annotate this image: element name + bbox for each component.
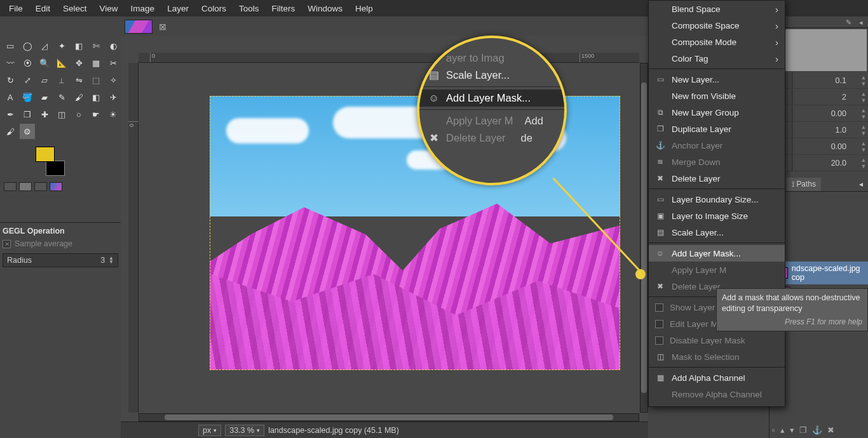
ruler-vertical[interactable]: 0 (128, 63, 139, 413)
tool-paths[interactable]: 〰 (3, 55, 18, 70)
brush-tab-icon[interactable]: ✎ (844, 18, 853, 27)
tool-zoom[interactable]: 🔍 (37, 55, 52, 70)
tool-scissors-select[interactable]: ✄ (88, 38, 104, 53)
ctx-add-alpha[interactable]: ▦Add Alpha Channel (649, 369, 785, 386)
menu-icon[interactable]: ◂ (857, 18, 865, 27)
tool-rect-select[interactable]: ▭ (3, 38, 18, 53)
tool-mypaint-brush[interactable]: 🖌 (3, 124, 18, 139)
canvas-zone: 0100015002000 0 (121, 36, 648, 421)
anchor-layer-icon[interactable]: ⚓ (812, 425, 822, 435)
tool-unified-transform[interactable]: ✧ (105, 72, 121, 88)
menu-item-icon (655, 389, 665, 399)
menu-item-icon (655, 53, 665, 63)
menu-item-icon: ▣ (655, 211, 665, 221)
sample-average-check[interactable]: ✕ Sample average (3, 238, 118, 249)
tool-paintbrush[interactable]: 🖌 (71, 90, 86, 105)
menu-edit[interactable]: Edit (29, 1, 57, 16)
menu-item-icon: ❐ (655, 124, 665, 134)
h-scrollbar[interactable] (139, 413, 639, 421)
menu-icon[interactable]: ◂ (854, 178, 868, 191)
menu-item-icon: ⚓ (655, 140, 665, 150)
lower-layer-icon[interactable]: ▾ (790, 425, 794, 435)
tool-clone[interactable]: ❐ (20, 107, 35, 122)
ctx-new-from-visible[interactable]: New from Visible (649, 88, 785, 104)
menu-select[interactable]: Select (57, 1, 93, 16)
tool-perspective[interactable]: ⟂ (54, 72, 69, 88)
tab-icon[interactable] (4, 182, 17, 191)
ctx-new-layer[interactable]: ▭New Layer... (649, 71, 785, 88)
new-layer-icon[interactable]: ▫ (772, 425, 775, 435)
ctx-layer-to-image[interactable]: ▣Layer to Image Size (649, 208, 785, 224)
ctx-blend-space[interactable]: Blend Space (649, 1, 785, 17)
tool-fuzzy-select[interactable]: ✦ (54, 38, 69, 53)
tool-perspective-clone[interactable]: ◫ (54, 107, 69, 122)
v-scrollbar[interactable] (640, 63, 648, 413)
callout-dot (635, 269, 646, 279)
tool-pencil[interactable]: ✎ (54, 90, 69, 105)
menu-layer[interactable]: Layer (161, 1, 195, 16)
tool-flip[interactable]: ⇋ (71, 72, 86, 88)
ctx-new-layer-group[interactable]: ⧉New Layer Group (649, 104, 785, 121)
tool-text[interactable]: A (3, 90, 18, 105)
tool-scale[interactable]: ⤢ (20, 72, 35, 88)
tool-measure[interactable]: 📐 (54, 55, 69, 70)
ctx-layer-boundary[interactable]: ▭Layer Boundary Size... (649, 191, 785, 208)
tab-icon[interactable] (19, 182, 32, 191)
ctx-delete-layer[interactable]: ✖Delete Layer (649, 170, 785, 187)
toolbox: ▭◯◿✦◧✄◐〰⦿🔍📐✥▦✂↻⤢▱⟂⇋⬚✧A🪣▰✎🖌◧✈✒❐✚◫○☛☀🖌⚙ (0, 36, 121, 223)
tool-align[interactable]: ▦ (88, 55, 104, 70)
duplicate-layer-icon[interactable]: ❐ (799, 425, 807, 435)
tab-icon[interactable] (50, 182, 62, 191)
tool-crop[interactable]: ✂ (105, 55, 121, 70)
spin-buttons[interactable]: ▲▼ (109, 256, 114, 264)
fg-bg-swatch[interactable] (36, 147, 65, 176)
menu-tools[interactable]: Tools (233, 1, 266, 16)
tool-blur[interactable]: ○ (71, 107, 86, 122)
tool-smudge[interactable]: ☛ (88, 107, 104, 122)
menu-colors[interactable]: Colors (195, 1, 233, 16)
ctx-add-layer-mask[interactable]: ☺Add Layer Mask... (649, 245, 785, 262)
radius-slider[interactable]: Radius 3 ▲▼ (3, 253, 118, 267)
menu-image[interactable]: Image (125, 1, 161, 16)
menu-help[interactable]: Help (349, 1, 379, 16)
menu-view[interactable]: View (93, 1, 125, 16)
tool-shear[interactable]: ▱ (37, 72, 52, 88)
ctx-composite-space[interactable]: Composite Space (649, 17, 785, 34)
tool-free-select[interactable]: ◿ (37, 38, 52, 53)
ctx-scale-layer[interactable]: ▤Scale Layer... (649, 224, 785, 241)
tool-by-color-select[interactable]: ◧ (71, 38, 86, 53)
menu-file[interactable]: File (3, 1, 29, 16)
tool-ellipse-select[interactable]: ◯ (20, 38, 35, 53)
raise-layer-icon[interactable]: ▴ (780, 425, 785, 435)
tool-color-picker[interactable]: ⦿ (20, 55, 35, 70)
tool-gegl-op[interactable]: ⚙ (20, 124, 35, 139)
tool-heal[interactable]: ✚ (37, 107, 52, 122)
zoom-dropdown[interactable]: 33.3 %▾ (225, 425, 264, 436)
menu-windows[interactable]: Windows (301, 1, 349, 16)
ctx-color-tag[interactable]: Color Tag (649, 50, 785, 67)
tool-airbrush[interactable]: ✈ (105, 90, 121, 105)
tool-foreground-select[interactable]: ◐ (105, 38, 121, 53)
tool-eraser[interactable]: ◧ (88, 90, 104, 105)
ctx-composite-mode[interactable]: Composite Mode (649, 34, 785, 50)
ctx-anchor-layer: ⚓Anchor Layer (649, 137, 785, 154)
tool-move[interactable]: ✥ (71, 55, 86, 70)
ctx-duplicate-layer[interactable]: ❐Duplicate Layer (649, 121, 785, 137)
tab-icon[interactable] (34, 182, 47, 191)
tool-cage[interactable]: ⬚ (88, 72, 104, 88)
close-icon[interactable]: ⊠ (159, 22, 166, 32)
fg-color[interactable] (36, 147, 55, 162)
paths-tab[interactable]: ⟟ Paths (787, 178, 821, 191)
tool-ink[interactable]: ✒ (3, 107, 18, 122)
tool-blend[interactable]: ▰ (37, 90, 52, 105)
tool-bucket-fill[interactable]: 🪣 (20, 90, 35, 105)
ruler-horizontal[interactable]: 0100015002000 (139, 53, 639, 63)
bg-color[interactable] (46, 161, 65, 176)
delete-layer-icon[interactable]: ✖ (827, 425, 834, 435)
menu-filters[interactable]: Filters (265, 1, 301, 16)
menu-item-icon: ≋ (655, 157, 665, 167)
image-tab[interactable]: ⊠ (125, 18, 177, 36)
tool-rotate[interactable]: ↻ (3, 72, 18, 88)
tool-dodge[interactable]: ☀ (105, 107, 121, 122)
unit-dropdown[interactable]: px▾ (198, 425, 221, 436)
